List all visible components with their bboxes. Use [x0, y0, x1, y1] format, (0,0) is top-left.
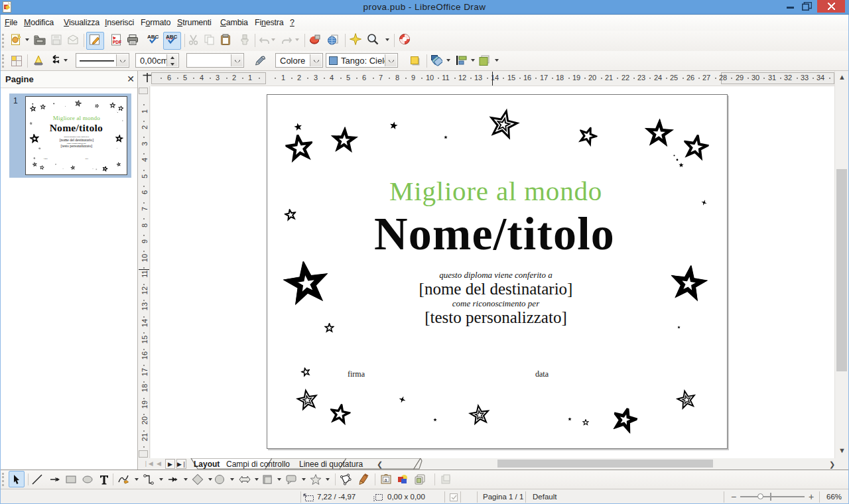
svg-text:PDF: PDF — [113, 40, 121, 44]
svg-text:ABC: ABC — [147, 34, 159, 40]
svg-text:a: a — [385, 477, 387, 482]
